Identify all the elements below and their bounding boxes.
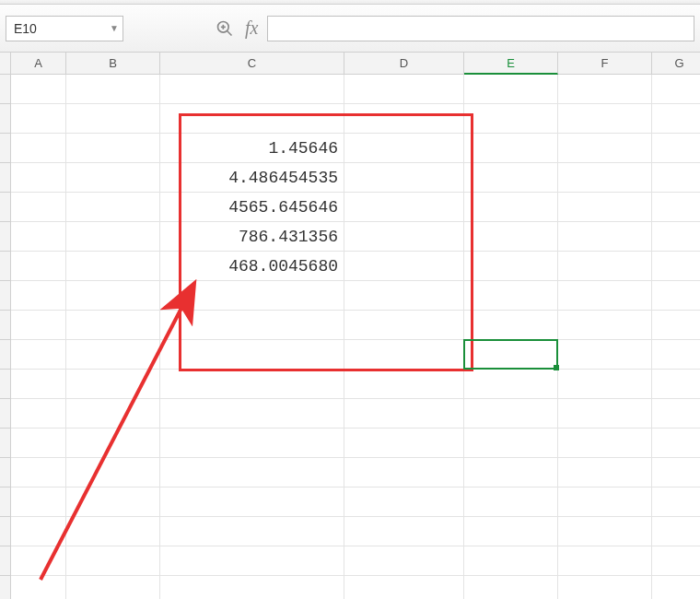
row-header[interactable] [0,163,11,193]
cell-D5[interactable] [344,193,464,222]
cell-G15[interactable] [652,487,700,517]
row-header[interactable] [0,281,11,311]
cell-E3[interactable] [464,134,558,163]
cell-G4[interactable] [652,163,700,193]
cell-C14[interactable] [160,458,344,487]
cell-C17[interactable] [160,546,344,576]
row-header[interactable] [0,370,11,399]
cell-F6[interactable] [558,222,652,252]
cell-D8[interactable] [344,281,464,311]
cell-G10[interactable] [652,340,700,370]
cell-A11[interactable] [11,370,66,399]
row-header[interactable] [0,75,11,104]
cell-G6[interactable] [652,222,700,252]
cell-F18[interactable] [558,576,652,599]
cell-E8[interactable] [464,281,558,311]
cell-C12[interactable] [160,399,344,429]
row-header[interactable] [0,193,11,222]
cell-A14[interactable] [11,458,66,487]
cell-F3[interactable] [558,134,652,163]
cell-D9[interactable] [344,311,464,340]
cell-F11[interactable] [558,370,652,399]
cell-C13[interactable] [160,429,344,458]
cell-F12[interactable] [558,399,652,429]
cell-G13[interactable] [652,429,700,458]
cell-A17[interactable] [11,546,66,576]
cell-G9[interactable] [652,311,700,340]
cell-D4[interactable] [344,163,464,193]
cell-B5[interactable] [66,193,160,222]
cell-E17[interactable] [464,546,558,576]
column-header-C[interactable]: C [160,53,344,75]
cell-B6[interactable] [66,222,160,252]
cell-E6[interactable] [464,222,558,252]
cell-C1[interactable] [160,75,344,104]
row-header[interactable] [0,487,11,517]
magnifier-icon[interactable] [216,19,234,38]
cell-D16[interactable] [344,517,464,546]
cell-G16[interactable] [652,517,700,546]
cell-B7[interactable] [66,252,160,281]
cell-E1[interactable] [464,75,558,104]
cell-F7[interactable] [558,252,652,281]
cell-F14[interactable] [558,458,652,487]
cell-A7[interactable] [11,252,66,281]
cell-B12[interactable] [66,399,160,429]
cell-D1[interactable] [344,75,464,104]
column-header-E[interactable]: E [464,53,558,75]
cell-F17[interactable] [558,546,652,576]
cell-F1[interactable] [558,75,652,104]
cell-C10[interactable] [160,340,344,370]
column-header-F[interactable]: F [558,53,652,75]
cell-F4[interactable] [558,163,652,193]
cell-G18[interactable] [652,576,700,599]
cell-G1[interactable] [652,75,700,104]
row-header[interactable] [0,458,11,487]
spreadsheet-grid[interactable]: ABCDEFG 1.456464.4864545354565.645646786… [0,53,700,599]
cell-C6[interactable]: 786.431356 [160,222,344,252]
cell-C2[interactable] [160,104,344,134]
cell-B3[interactable] [66,134,160,163]
row-header[interactable] [0,429,11,458]
cell-F10[interactable] [558,340,652,370]
row-header[interactable] [0,576,11,599]
cell-A18[interactable] [11,576,66,599]
cell-E9[interactable] [464,311,558,340]
cell-G17[interactable] [652,546,700,576]
cell-C16[interactable] [160,517,344,546]
cell-C3[interactable]: 1.45646 [160,134,344,163]
column-header-G[interactable]: G [652,53,700,75]
cell-E15[interactable] [464,487,558,517]
cell-A4[interactable] [11,163,66,193]
cell-G11[interactable] [652,370,700,399]
cell-F2[interactable] [558,104,652,134]
cell-E14[interactable] [464,458,558,487]
cell-B2[interactable] [66,104,160,134]
cell-C18[interactable] [160,576,344,599]
row-header[interactable] [0,134,11,163]
row-header[interactable] [0,340,11,370]
cell-B18[interactable] [66,576,160,599]
cell-C9[interactable] [160,311,344,340]
cell-E16[interactable] [464,517,558,546]
cell-A1[interactable] [11,75,66,104]
cell-B10[interactable] [66,340,160,370]
cell-E10[interactable] [464,340,558,370]
row-header[interactable] [0,222,11,252]
cell-G7[interactable] [652,252,700,281]
cell-C4[interactable]: 4.486454535 [160,163,344,193]
cell-C7[interactable]: 468.0045680 [160,252,344,281]
chevron-down-icon[interactable]: ▼ [110,23,119,33]
cell-D13[interactable] [344,429,464,458]
cell-D17[interactable] [344,546,464,576]
cell-G5[interactable] [652,193,700,222]
cell-A6[interactable] [11,222,66,252]
cell-B11[interactable] [66,370,160,399]
cell-E13[interactable] [464,429,558,458]
cell-C15[interactable] [160,487,344,517]
cell-B9[interactable] [66,311,160,340]
cell-A10[interactable] [11,340,66,370]
cell-D6[interactable] [344,222,464,252]
cell-A9[interactable] [11,311,66,340]
cell-F16[interactable] [558,517,652,546]
